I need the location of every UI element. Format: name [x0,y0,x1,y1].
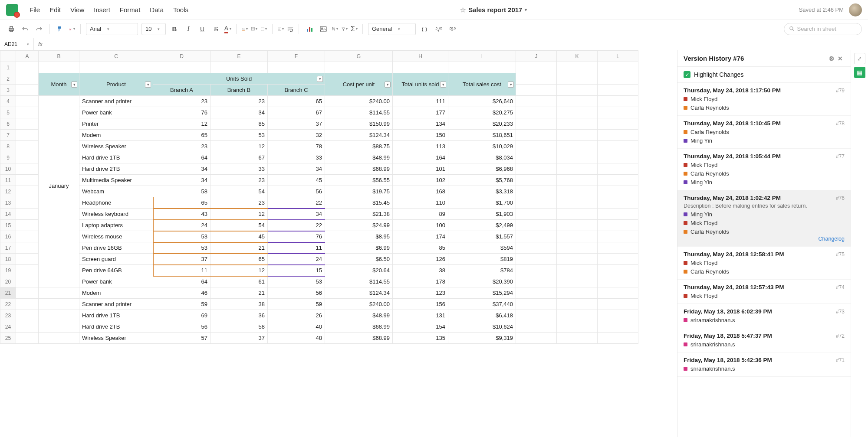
fill-color-icon[interactable]: ▾ [242,24,248,34]
clear-format-icon[interactable]: ▾ [69,24,75,34]
col-header[interactable]: G [325,51,393,62]
expand-panel-icon[interactable]: ⤢ [854,53,865,64]
col-header[interactable]: L [598,51,638,62]
spreadsheet-grid[interactable]: ABCDEFGHIJKL 12Month▾Product▾Units Sold▾… [0,50,677,437]
row-header[interactable]: 5 [0,107,16,118]
table-row[interactable]: 8Wireless Speaker231278$88.75113$10,029 [0,141,638,152]
table-row[interactable]: 22Scanner and printer593859$240.00156$37… [0,299,638,310]
version-item[interactable]: Thursday, May 24, 2018 1:17:50 PM#79Mick… [677,83,851,116]
table-row[interactable]: 19Pen drive 64GB111215$20.6438$784 [0,265,638,276]
col-header[interactable]: C [79,51,153,62]
col-header[interactable]: J [516,51,557,62]
table-row[interactable]: 4JanuaryScanner and printer232365$240.00… [0,96,638,107]
version-item[interactable]: Thursday, May 24, 2018 12:58:41 PM#75Mic… [677,247,851,280]
table-row[interactable]: 5Power bank763467$114.55177$20,275 [0,107,638,118]
filter-icon[interactable]: ▾ [342,24,348,34]
col-header[interactable]: D [153,51,210,62]
borders-icon[interactable]: ▾ [251,24,257,34]
sort-icon[interactable]: AZ▾ [332,24,338,34]
menu-insert[interactable]: Insert [94,6,110,13]
version-item[interactable]: Friday, May 18, 2018 6:02:39 PM#73sriram… [677,304,851,328]
table-row[interactable]: 23Hard drive 1TB693626$48.99131$6,418 [0,310,638,321]
col-header[interactable]: A [16,51,39,62]
table-row[interactable]: 24Hard drive 2TB565840$68.99154$10,624 [0,321,638,333]
version-item[interactable]: Thursday, May 24, 2018 1:02:42 PM#76Desc… [677,190,851,247]
version-item[interactable]: Thursday, May 24, 2018 1:05:44 PM#77Mick… [677,149,851,190]
table-row[interactable]: 10Hard drive 2TB343334$68.99101$6,968 [0,163,638,175]
row-header[interactable]: 20 [0,276,16,287]
parentheses-icon[interactable]: ( ) [419,24,430,34]
row-header[interactable]: 25 [0,333,16,344]
table-row[interactable]: 25Wireless Speaker573748$68.99135$9,319 [0,333,638,344]
col-header[interactable]: F [268,51,325,62]
row-header[interactable]: 12 [0,186,16,197]
version-item[interactable]: Thursday, May 24, 2018 12:57:43 PM#74Mic… [677,280,851,304]
row-header[interactable]: 19 [0,265,16,276]
menu-edit[interactable]: Edit [49,6,61,13]
explore-icon[interactable]: ▦ [854,67,865,78]
menu-tools[interactable]: Tools [173,6,188,13]
table-row[interactable]: 12Webcam585456$19.75168$3,318 [0,186,638,197]
version-item[interactable]: Friday, May 18, 2018 5:47:37 PM#72sriram… [677,328,851,352]
menu-format[interactable]: Format [120,6,141,13]
row-header[interactable]: 9 [0,152,16,163]
menu-view[interactable]: View [70,6,84,13]
table-row[interactable]: 13Headphone652322$15.45110$1,700 [0,197,638,209]
table-row[interactable]: 7Modem655332$124.34150$18,651 [0,130,638,141]
table-row[interactable]: 20Power bank646153$114.55178$20,390 [0,276,638,287]
table-row[interactable]: 11Multimedia Speaker342345$56.55102$5,76… [0,175,638,186]
row-header[interactable]: 8 [0,141,16,152]
wrap-text-icon[interactable] [287,24,293,34]
functions-icon[interactable]: Σ▾ [351,24,357,34]
print-icon[interactable] [6,24,16,34]
table-row[interactable]: 9Hard drive 1TB646733$48.99164$8,034 [0,152,638,163]
number-format-select[interactable]: General▾ [368,23,416,35]
row-header[interactable]: 2 [0,73,16,85]
menu-data[interactable]: Data [150,6,164,13]
row-header[interactable]: 14 [0,209,16,220]
avatar[interactable] [849,3,862,16]
table-row[interactable]: 6Printer128537$150.99134$20,233 [0,118,638,130]
document-title[interactable]: ☆ Sales report 2017 ▾ [188,6,799,14]
col-header[interactable]: I [448,51,516,62]
row-header[interactable]: 16 [0,231,16,242]
col-header[interactable]: B [39,51,79,62]
menu-file[interactable]: File [30,6,40,13]
undo-icon[interactable] [20,24,30,34]
table-row[interactable]: 21Modem462156$124.34123$15,294 [0,287,638,299]
row-header[interactable]: 4 [0,96,16,107]
highlight-changes-toggle[interactable]: ✓ Highlight Changes [677,67,851,83]
name-box[interactable]: AD21▾ [0,38,34,50]
underline-icon[interactable]: U [197,24,207,34]
table-row[interactable]: 14Wireless keyboard431234$21.3889$1,903 [0,209,638,220]
gear-icon[interactable]: ⚙ [827,55,836,62]
chevron-down-icon[interactable]: ▾ [525,7,527,12]
row-header[interactable]: 1 [0,62,16,73]
row-header[interactable]: 24 [0,321,16,333]
search-input[interactable] [784,23,862,35]
chart-icon[interactable] [304,24,315,34]
row-header[interactable]: 6 [0,118,16,130]
star-icon[interactable]: ☆ [460,6,466,14]
row-header[interactable]: 3 [0,85,16,96]
select-all-corner[interactable] [0,51,16,62]
bold-icon[interactable]: B [169,24,180,34]
col-header[interactable]: H [393,51,448,62]
strikethrough-icon[interactable]: S [211,24,221,34]
row-header[interactable]: 15 [0,220,16,231]
merge-cells-icon[interactable]: ▾ [261,24,267,34]
row-header[interactable]: 17 [0,242,16,254]
row-header[interactable]: 21 [0,287,16,299]
row-header[interactable]: 11 [0,175,16,186]
col-header[interactable]: E [210,51,268,62]
text-color-icon[interactable]: A▾ [225,24,231,34]
increase-decimal-icon[interactable]: .0.00 [433,24,444,34]
row-header[interactable]: 7 [0,130,16,141]
row-header[interactable]: 13 [0,197,16,209]
row-header[interactable]: 22 [0,299,16,310]
table-row[interactable]: 18Screen guard376524$6.50126$819 [0,254,638,265]
font-size-select[interactable]: 10▾ [141,23,166,35]
table-row[interactable]: 15Laptop adapters245422$24.99100$2,499 [0,220,638,231]
font-family-select[interactable]: Arial▾ [86,23,138,35]
row-header[interactable]: 23 [0,310,16,321]
